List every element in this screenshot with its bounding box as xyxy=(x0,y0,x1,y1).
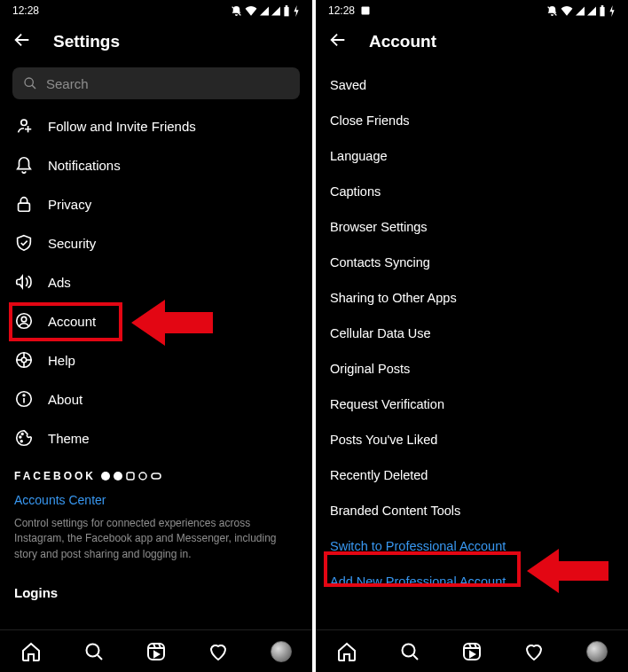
avatar-icon xyxy=(586,641,608,662)
nav-home[interactable] xyxy=(20,640,43,663)
account-item-language[interactable]: Language xyxy=(316,138,628,174)
svg-point-21 xyxy=(21,434,23,435)
settings-item-account[interactable]: Account xyxy=(0,301,312,340)
item-label: Account xyxy=(48,314,298,329)
battery-icon xyxy=(283,5,290,17)
item-label: Help xyxy=(48,353,298,368)
search-icon xyxy=(23,76,37,90)
shield-icon xyxy=(14,233,34,253)
svg-rect-8 xyxy=(19,203,30,211)
nav-activity[interactable] xyxy=(207,640,230,663)
status-time: 12:28 xyxy=(328,4,355,17)
svg-rect-37 xyxy=(601,5,604,7)
svg-point-28 xyxy=(86,644,98,656)
svg-point-12 xyxy=(21,357,27,363)
nav-activity[interactable] xyxy=(522,640,546,663)
back-icon[interactable] xyxy=(12,30,32,53)
account-item-posts-liked[interactable]: Posts You've Liked xyxy=(316,422,628,457)
search-placeholder: Search xyxy=(46,76,89,91)
svg-rect-27 xyxy=(152,473,161,479)
status-bar: 12:28 xyxy=(0,0,312,21)
settings-item-ads[interactable]: Ads xyxy=(0,262,312,301)
svg-line-39 xyxy=(413,655,418,660)
item-label: Switch to Professional Account xyxy=(330,539,506,553)
item-label: Ads xyxy=(48,275,298,290)
status-time: 12:28 xyxy=(12,4,39,17)
account-item-saved[interactable]: Saved xyxy=(316,67,628,103)
nav-reels[interactable] xyxy=(145,640,168,663)
account-item-captions[interactable]: Captions xyxy=(316,174,628,209)
signal2-icon xyxy=(587,6,596,16)
nav-search[interactable] xyxy=(82,640,106,663)
item-label: Cellular Data Use xyxy=(330,326,431,340)
item-label: Security xyxy=(48,236,298,251)
nav-reels[interactable] xyxy=(460,640,483,663)
settings-screen: 12:28 Settings Search Follow xyxy=(0,0,312,672)
item-label: Original Posts xyxy=(330,362,410,376)
item-label: Request Verification xyxy=(330,397,444,411)
dnd-icon xyxy=(231,5,242,17)
header: Settings xyxy=(0,21,312,67)
account-item-add-professional[interactable]: Add New Professional Account xyxy=(316,564,628,599)
account-item-recently-deleted[interactable]: Recently Deleted xyxy=(316,457,628,493)
account-item-sharing[interactable]: Sharing to Other Apps xyxy=(316,280,628,316)
settings-item-help[interactable]: Help xyxy=(0,340,312,379)
account-item-original-posts[interactable]: Original Posts xyxy=(316,351,628,387)
account-item-verification[interactable]: Request Verification xyxy=(316,387,628,422)
item-label: Contacts Syncing xyxy=(330,255,430,270)
nav-profile[interactable] xyxy=(585,640,608,663)
svg-point-3 xyxy=(25,78,33,86)
nav-home[interactable] xyxy=(335,640,358,663)
svg-rect-34 xyxy=(362,7,370,15)
screenshot-icon xyxy=(360,5,371,16)
settings-item-about[interactable]: About xyxy=(0,379,312,418)
invite-icon xyxy=(14,116,34,136)
search-input[interactable]: Search xyxy=(12,67,300,99)
info-icon xyxy=(14,389,34,409)
page-title: Account xyxy=(369,32,436,51)
settings-item-notifications[interactable]: Notifications xyxy=(0,145,312,184)
account-item-cellular[interactable]: Cellular Data Use xyxy=(316,316,628,351)
item-label: About xyxy=(48,392,298,407)
megaphone-icon xyxy=(14,272,34,292)
facebook-label: FACEBOOK xyxy=(14,470,96,482)
bottom-nav xyxy=(0,629,312,672)
avatar-icon xyxy=(271,641,292,662)
settings-item-security[interactable]: Security xyxy=(0,223,312,262)
bell-icon xyxy=(14,155,34,175)
account-item-contacts[interactable]: Contacts Syncing xyxy=(316,245,628,280)
account-item-close-friends[interactable]: Close Friends xyxy=(316,103,628,138)
svg-rect-36 xyxy=(600,6,604,15)
logins-heading: Logins xyxy=(14,585,298,600)
item-label: Language xyxy=(330,149,388,163)
signal1-icon xyxy=(576,6,585,16)
account-item-switch-professional[interactable]: Switch to Professional Account xyxy=(316,528,628,564)
item-label: Branded Content Tools xyxy=(330,504,460,518)
settings-item-privacy[interactable]: Privacy xyxy=(0,184,312,223)
account-list: Saved Close Friends Language Captions Br… xyxy=(316,67,628,599)
status-bar: 12:28 xyxy=(316,0,628,21)
accounts-center-link[interactable]: Accounts Center xyxy=(14,493,298,507)
item-label: Captions xyxy=(330,184,381,199)
back-icon[interactable] xyxy=(328,30,348,53)
facebook-app-icons xyxy=(101,472,161,481)
settings-list: Follow and Invite Friends Notifications … xyxy=(0,106,312,457)
svg-point-24 xyxy=(114,472,122,481)
settings-item-follow-invite[interactable]: Follow and Invite Friends xyxy=(0,106,312,145)
settings-item-theme[interactable]: Theme xyxy=(0,418,312,457)
svg-rect-1 xyxy=(284,6,288,15)
theme-icon xyxy=(14,428,34,448)
svg-point-5 xyxy=(21,120,27,125)
dnd-icon xyxy=(546,5,558,17)
nav-search[interactable] xyxy=(398,640,421,663)
wifi-icon xyxy=(245,5,257,16)
page-title: Settings xyxy=(53,32,120,51)
svg-rect-25 xyxy=(127,473,134,480)
item-label: Sharing to Other Apps xyxy=(330,291,457,305)
signal1-icon xyxy=(260,6,269,16)
facebook-footer: FACEBOOK Accounts Center Control setting… xyxy=(0,457,312,604)
account-item-branded-content[interactable]: Branded Content Tools xyxy=(316,493,628,528)
svg-point-23 xyxy=(101,472,110,481)
account-item-browser[interactable]: Browser Settings xyxy=(316,209,628,245)
nav-profile[interactable] xyxy=(270,640,293,663)
